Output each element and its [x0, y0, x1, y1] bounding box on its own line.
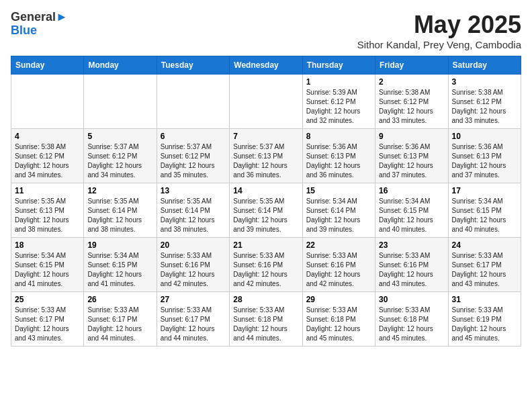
- day-number: 2: [379, 77, 444, 87]
- month-title: May 2025: [357, 11, 521, 39]
- day-info: Sunrise: 5:34 AM Sunset: 6:15 PM Dayligh…: [452, 197, 517, 234]
- calendar-cell: 24Sunrise: 5:33 AM Sunset: 6:17 PM Dayli…: [448, 238, 521, 292]
- calendar-cell: 31Sunrise: 5:33 AM Sunset: 6:19 PM Dayli…: [448, 292, 521, 347]
- day-number: 6: [161, 132, 226, 141]
- calendar-cell: 21Sunrise: 5:33 AM Sunset: 6:16 PM Dayli…: [230, 238, 302, 292]
- calendar-table: SundayMondayTuesdayWednesdayThursdayFrid…: [11, 56, 521, 347]
- day-number: 5: [87, 132, 152, 141]
- calendar-cell: 1Sunrise: 5:39 AM Sunset: 6:12 PM Daylig…: [302, 75, 375, 129]
- day-number: 25: [15, 295, 80, 304]
- calendar-header-monday: Monday: [84, 56, 157, 75]
- calendar-cell: 23Sunrise: 5:33 AM Sunset: 6:16 PM Dayli…: [375, 238, 448, 292]
- calendar-cell: 7Sunrise: 5:37 AM Sunset: 6:13 PM Daylig…: [230, 129, 302, 183]
- day-number: 7: [233, 132, 298, 141]
- day-number: 3: [452, 77, 517, 87]
- logo-text: General► Blue: [11, 11, 68, 38]
- day-number: 12: [87, 186, 152, 195]
- calendar-cell: 4Sunrise: 5:38 AM Sunset: 6:12 PM Daylig…: [11, 129, 84, 183]
- page-header: General► Blue May 2025 Sithor Kandal, Pr…: [11, 11, 521, 50]
- day-number: 28: [233, 295, 298, 304]
- day-number: 13: [161, 186, 226, 195]
- day-number: 20: [161, 240, 226, 250]
- day-info: Sunrise: 5:33 AM Sunset: 6:16 PM Dayligh…: [233, 251, 298, 289]
- day-info: Sunrise: 5:36 AM Sunset: 6:13 PM Dayligh…: [379, 142, 444, 180]
- day-info: Sunrise: 5:33 AM Sunset: 6:18 PM Dayligh…: [306, 306, 371, 343]
- calendar-cell: 6Sunrise: 5:37 AM Sunset: 6:12 PM Daylig…: [157, 129, 229, 183]
- day-info: Sunrise: 5:33 AM Sunset: 6:17 PM Dayligh…: [452, 251, 517, 289]
- calendar-header-tuesday: Tuesday: [157, 56, 229, 75]
- day-number: 18: [15, 240, 80, 250]
- calendar-cell: 13Sunrise: 5:35 AM Sunset: 6:14 PM Dayli…: [157, 183, 229, 238]
- calendar-cell: [157, 75, 229, 129]
- calendar-cell: 8Sunrise: 5:36 AM Sunset: 6:13 PM Daylig…: [302, 129, 375, 183]
- day-number: 21: [233, 240, 298, 250]
- calendar-cell: 27Sunrise: 5:33 AM Sunset: 6:17 PM Dayli…: [157, 292, 229, 347]
- day-number: 15: [306, 186, 371, 195]
- day-info: Sunrise: 5:35 AM Sunset: 6:14 PM Dayligh…: [161, 197, 226, 234]
- calendar-cell: 16Sunrise: 5:34 AM Sunset: 6:15 PM Dayli…: [375, 183, 448, 238]
- day-number: 17: [452, 186, 517, 195]
- calendar-cell: 20Sunrise: 5:33 AM Sunset: 6:16 PM Dayli…: [157, 238, 229, 292]
- day-info: Sunrise: 5:33 AM Sunset: 6:16 PM Dayligh…: [161, 251, 226, 289]
- day-info: Sunrise: 5:36 AM Sunset: 6:13 PM Dayligh…: [306, 142, 371, 180]
- calendar-cell: [84, 75, 157, 129]
- calendar-cell: 18Sunrise: 5:34 AM Sunset: 6:15 PM Dayli…: [11, 238, 84, 292]
- day-number: 23: [379, 240, 444, 250]
- calendar-cell: 29Sunrise: 5:33 AM Sunset: 6:18 PM Dayli…: [302, 292, 375, 347]
- calendar-cell: 30Sunrise: 5:33 AM Sunset: 6:18 PM Dayli…: [375, 292, 448, 347]
- calendar-header-saturday: Saturday: [448, 56, 521, 75]
- day-info: Sunrise: 5:35 AM Sunset: 6:14 PM Dayligh…: [87, 197, 152, 234]
- day-info: Sunrise: 5:34 AM Sunset: 6:15 PM Dayligh…: [87, 251, 152, 289]
- day-info: Sunrise: 5:34 AM Sunset: 6:14 PM Dayligh…: [306, 197, 371, 234]
- day-info: Sunrise: 5:33 AM Sunset: 6:18 PM Dayligh…: [379, 306, 444, 343]
- calendar-cell: 12Sunrise: 5:35 AM Sunset: 6:14 PM Dayli…: [84, 183, 157, 238]
- day-info: Sunrise: 5:36 AM Sunset: 6:13 PM Dayligh…: [452, 142, 517, 180]
- day-number: 10: [452, 132, 517, 141]
- calendar-cell: [230, 75, 302, 129]
- day-number: 27: [161, 295, 226, 304]
- calendar-cell: 14Sunrise: 5:35 AM Sunset: 6:14 PM Dayli…: [230, 183, 302, 238]
- calendar-cell: 28Sunrise: 5:33 AM Sunset: 6:18 PM Dayli…: [230, 292, 302, 347]
- calendar-cell: 11Sunrise: 5:35 AM Sunset: 6:13 PM Dayli…: [11, 183, 84, 238]
- day-number: 31: [452, 295, 517, 304]
- calendar-cell: 3Sunrise: 5:38 AM Sunset: 6:12 PM Daylig…: [448, 75, 521, 129]
- title-block: May 2025 Sithor Kandal, Prey Veng, Cambo…: [357, 11, 521, 50]
- calendar-header-thursday: Thursday: [302, 56, 375, 75]
- day-info: Sunrise: 5:33 AM Sunset: 6:18 PM Dayligh…: [233, 306, 298, 343]
- day-info: Sunrise: 5:33 AM Sunset: 6:16 PM Dayligh…: [306, 251, 371, 289]
- day-number: 1: [306, 77, 371, 87]
- calendar-header-friday: Friday: [375, 56, 448, 75]
- calendar-cell: 2Sunrise: 5:38 AM Sunset: 6:12 PM Daylig…: [375, 75, 448, 129]
- day-number: 14: [233, 186, 298, 195]
- day-number: 9: [379, 132, 444, 141]
- calendar-cell: 15Sunrise: 5:34 AM Sunset: 6:14 PM Dayli…: [302, 183, 375, 238]
- calendar-cell: 22Sunrise: 5:33 AM Sunset: 6:16 PM Dayli…: [302, 238, 375, 292]
- day-info: Sunrise: 5:33 AM Sunset: 6:16 PM Dayligh…: [379, 251, 444, 289]
- day-number: 8: [306, 132, 371, 141]
- day-number: 16: [379, 186, 444, 195]
- calendar-cell: [11, 75, 84, 129]
- day-info: Sunrise: 5:33 AM Sunset: 6:17 PM Dayligh…: [161, 306, 226, 343]
- calendar-cell: 9Sunrise: 5:36 AM Sunset: 6:13 PM Daylig…: [375, 129, 448, 183]
- calendar-cell: 17Sunrise: 5:34 AM Sunset: 6:15 PM Dayli…: [448, 183, 521, 238]
- calendar-header-wednesday: Wednesday: [230, 56, 302, 75]
- day-info: Sunrise: 5:39 AM Sunset: 6:12 PM Dayligh…: [306, 88, 371, 126]
- day-info: Sunrise: 5:34 AM Sunset: 6:15 PM Dayligh…: [15, 251, 80, 289]
- day-number: 29: [306, 295, 371, 304]
- day-info: Sunrise: 5:35 AM Sunset: 6:13 PM Dayligh…: [15, 197, 80, 234]
- calendar-cell: 26Sunrise: 5:33 AM Sunset: 6:17 PM Dayli…: [84, 292, 157, 347]
- day-info: Sunrise: 5:38 AM Sunset: 6:12 PM Dayligh…: [15, 142, 80, 180]
- day-info: Sunrise: 5:38 AM Sunset: 6:12 PM Dayligh…: [452, 88, 517, 126]
- calendar-cell: 10Sunrise: 5:36 AM Sunset: 6:13 PM Dayli…: [448, 129, 521, 183]
- day-number: 11: [15, 186, 80, 195]
- location-subtitle: Sithor Kandal, Prey Veng, Cambodia: [357, 39, 521, 50]
- day-info: Sunrise: 5:33 AM Sunset: 6:19 PM Dayligh…: [452, 306, 517, 343]
- day-number: 22: [306, 240, 371, 250]
- calendar-cell: 25Sunrise: 5:33 AM Sunset: 6:17 PM Dayli…: [11, 292, 84, 347]
- day-info: Sunrise: 5:34 AM Sunset: 6:15 PM Dayligh…: [379, 197, 444, 234]
- day-info: Sunrise: 5:33 AM Sunset: 6:17 PM Dayligh…: [87, 306, 152, 343]
- day-info: Sunrise: 5:37 AM Sunset: 6:12 PM Dayligh…: [87, 142, 152, 180]
- day-info: Sunrise: 5:35 AM Sunset: 6:14 PM Dayligh…: [233, 197, 298, 234]
- day-info: Sunrise: 5:37 AM Sunset: 6:13 PM Dayligh…: [233, 142, 298, 180]
- day-number: 30: [379, 295, 444, 304]
